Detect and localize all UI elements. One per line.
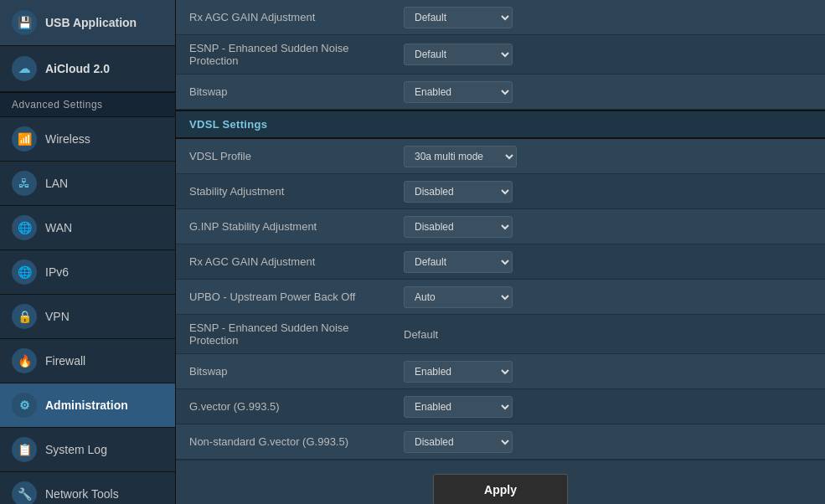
wan-label: WAN xyxy=(45,221,72,234)
advanced-settings-label: Advanced Settings xyxy=(0,92,175,117)
bitswap-adsl-label: Bitswap xyxy=(176,79,394,105)
sidebar-item-lan[interactable]: 🖧 LAN xyxy=(0,162,175,206)
stability-adj-select[interactable]: Disabled Enabled xyxy=(404,181,513,203)
bitswap-vdsl-control: Enabled Disabled xyxy=(394,356,825,388)
apply-row: Apply xyxy=(176,460,825,504)
sidebar-item-vpn[interactable]: 🔒 VPN xyxy=(0,295,175,339)
administration-label: Administration xyxy=(45,399,128,412)
usb-application-label: USB Application xyxy=(45,16,137,29)
ginp-stability-label: G.INP Stability Adjustment xyxy=(176,213,394,239)
esnp-adsl-label: ESNP - Enhanced Sudden Noise Protection xyxy=(176,35,394,74)
ipv6-label: IPv6 xyxy=(45,265,69,279)
vpn-label: VPN xyxy=(45,310,70,323)
table-row: Stability Adjustment Disabled Enabled xyxy=(176,174,825,209)
network-tools-label: Network Tools xyxy=(45,487,119,501)
rx-agc-vdsl-control: Default Enabled Disabled xyxy=(394,246,825,278)
cloud-icon: ☁ xyxy=(12,56,37,81)
main-content: Rx AGC GAIN Adjustment Default Enabled D… xyxy=(176,0,825,504)
table-row: Bitswap Enabled Disabled xyxy=(176,75,825,110)
upbo-control: Auto Enabled Disabled xyxy=(394,281,825,313)
stability-adj-label: Stability Adjustment xyxy=(176,178,394,204)
vdsl-section-header: VDSL Settings xyxy=(176,110,825,139)
wireless-label: Wireless xyxy=(45,132,90,146)
vdsl-profile-select[interactable]: 30a multi mode 17a 8a 8b xyxy=(404,146,517,167)
esnp-vdsl-label: ESNP - Enhanced Sudden Noise Protection xyxy=(176,315,394,353)
firewall-icon: 🔥 xyxy=(12,348,37,373)
sidebar-item-administration[interactable]: ⚙ Administration xyxy=(0,383,175,428)
ipv6-icon: 🌐 xyxy=(12,260,37,285)
apply-button[interactable]: Apply xyxy=(433,474,568,504)
sidebar-item-firewall[interactable]: 🔥 Firewall xyxy=(0,339,175,383)
stability-adj-control: Disabled Enabled xyxy=(394,176,825,208)
sidebar-item-ipv6[interactable]: 🌐 IPv6 xyxy=(0,250,175,295)
sidebar-item-system-log[interactable]: 📋 System Log xyxy=(0,428,175,472)
sidebar: 💾 USB Application ☁ AiCloud 2.0 Advanced… xyxy=(0,0,176,504)
usb-icon: 💾 xyxy=(12,10,37,35)
rx-agc-adsl-label: Rx AGC GAIN Adjustment xyxy=(176,4,394,30)
lan-icon: 🖧 xyxy=(12,171,37,196)
aicloud-label: AiCloud 2.0 xyxy=(45,62,110,75)
table-row: ESNP - Enhanced Sudden Noise Protection … xyxy=(176,35,825,75)
table-row: Rx AGC GAIN Adjustment Default Enabled D… xyxy=(176,244,825,280)
sidebar-item-aicloud[interactable]: ☁ AiCloud 2.0 xyxy=(0,46,175,92)
system-log-label: System Log xyxy=(45,443,107,456)
esnp-adsl-control: Default Enabled Disabled xyxy=(394,39,825,70)
rx-agc-adsl-select[interactable]: Default Enabled Disabled xyxy=(404,7,513,28)
vpn-icon: 🔒 xyxy=(12,304,37,329)
system-log-icon: 📋 xyxy=(12,437,37,462)
esnp-adsl-select[interactable]: Default Enabled Disabled xyxy=(404,44,513,65)
vdsl-profile-label: VDSL Profile xyxy=(176,143,394,169)
table-row: G.vector (G.993.5) Enabled Disabled xyxy=(176,389,825,424)
firewall-label: Firewall xyxy=(45,354,85,368)
wan-icon: 🌐 xyxy=(12,215,37,240)
sidebar-item-network-tools[interactable]: 🔧 Network Tools xyxy=(0,472,175,504)
content-area: Rx AGC GAIN Adjustment Default Enabled D… xyxy=(176,0,825,504)
table-row: Non-standard G.vector (G.993.5) Disabled… xyxy=(176,424,825,460)
vdsl-profile-control: 30a multi mode 17a 8a 8b xyxy=(394,141,825,172)
bitswap-adsl-control: Enabled Disabled xyxy=(394,76,825,108)
rx-agc-adsl-control: Default Enabled Disabled xyxy=(394,2,825,33)
table-row: Bitswap Enabled Disabled xyxy=(176,354,825,389)
table-row: G.INP Stability Adjustment Disabled Enab… xyxy=(176,209,825,244)
table-row: VDSL Profile 30a multi mode 17a 8a 8b xyxy=(176,139,825,174)
sidebar-item-usb-application[interactable]: 💾 USB Application xyxy=(0,0,175,46)
sidebar-item-wireless[interactable]: 📶 Wireless xyxy=(0,117,175,162)
non-std-gvector-label: Non-standard G.vector (G.993.5) xyxy=(176,429,394,455)
rx-agc-vdsl-select[interactable]: Default Enabled Disabled xyxy=(404,251,513,273)
upbo-select[interactable]: Auto Enabled Disabled xyxy=(404,286,513,308)
non-std-gvector-control: Disabled Enabled xyxy=(394,426,825,458)
table-row: UPBO - Upstream Power Back Off Auto Enab… xyxy=(176,280,825,315)
ginp-stability-select[interactable]: Disabled Enabled xyxy=(404,216,513,238)
table-row: ESNP - Enhanced Sudden Noise Protection … xyxy=(176,315,825,354)
table-row: Rx AGC GAIN Adjustment Default Enabled D… xyxy=(176,0,825,35)
gvector-select[interactable]: Enabled Disabled xyxy=(404,396,513,418)
lan-label: LAN xyxy=(45,177,68,190)
non-std-gvector-select[interactable]: Disabled Enabled xyxy=(404,431,513,453)
network-tools-icon: 🔧 xyxy=(12,481,37,504)
bitswap-adsl-select[interactable]: Enabled Disabled xyxy=(404,81,513,103)
esnp-vdsl-value: Default xyxy=(394,323,825,346)
administration-icon: ⚙ xyxy=(12,393,37,418)
ginp-stability-control: Disabled Enabled xyxy=(394,211,825,243)
rx-agc-vdsl-label: Rx AGC GAIN Adjustment xyxy=(176,249,394,275)
bitswap-vdsl-label: Bitswap xyxy=(176,358,394,384)
gvector-label: G.vector (G.993.5) xyxy=(176,393,394,419)
wireless-icon: 📶 xyxy=(12,126,37,152)
upbo-label: UPBO - Upstream Power Back Off xyxy=(176,284,394,310)
bitswap-vdsl-select[interactable]: Enabled Disabled xyxy=(404,361,513,383)
sidebar-item-wan[interactable]: 🌐 WAN xyxy=(0,206,175,250)
gvector-control: Enabled Disabled xyxy=(394,391,825,423)
